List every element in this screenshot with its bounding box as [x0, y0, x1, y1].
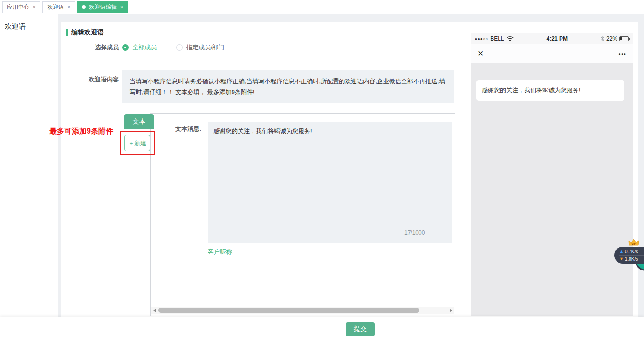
sidebar-item-welcome[interactable]: 欢迎语: [0, 14, 58, 31]
tag-app-center[interactable]: 应用中心 ×: [2, 1, 40, 13]
active-dot-icon: [82, 5, 86, 9]
radio-label: 指定成员/部门: [186, 43, 225, 52]
phone-close-icon[interactable]: ✕: [477, 49, 484, 59]
close-icon[interactable]: ×: [67, 4, 70, 10]
radio-specified-members[interactable]: 指定成员/部门: [176, 43, 225, 52]
radio-unselected-icon: [176, 44, 183, 51]
scroll-left-icon[interactable]: [153, 309, 156, 312]
bluetooth-icon: [601, 36, 604, 41]
footer-bar: 提交: [0, 317, 644, 338]
upload-arrow-icon: ▲: [619, 248, 623, 255]
member-select-label: 选择成员: [61, 43, 119, 52]
download-speed-row: ▼ 1.8K/s: [619, 255, 644, 263]
speed-pill[interactable]: ▲ 0.7K/s ▼ 1.8K/s: [614, 247, 644, 264]
download-speed-value: 1.8K/s: [625, 256, 638, 263]
tag-label: 应用中心: [7, 3, 29, 11]
customer-nickname-link[interactable]: 客户昵称: [208, 248, 232, 256]
radio-selected-icon: [122, 44, 129, 51]
section-title: 编辑欢迎语: [66, 28, 104, 37]
text-message-input[interactable]: 感谢您的关注，我们将竭诚为您服务!: [208, 122, 452, 243]
phone-status-bar: ●●●○○ BELL 4:21 PM 22%: [471, 33, 633, 44]
tags-bar: 应用中心 × 欢迎语 × 欢迎语编辑 ×: [0, 0, 644, 14]
text-message-label: 文本消息:: [175, 125, 201, 133]
radio-label: 全部成员: [132, 43, 157, 52]
tab-text-attachment[interactable]: 文本: [124, 114, 154, 129]
tag-welcome[interactable]: 欢迎语 ×: [42, 1, 75, 13]
radio-all-members[interactable]: 全部成员: [122, 43, 157, 52]
section-title-text: 编辑欢迎语: [71, 28, 104, 37]
member-select-row: 选择成员 全部成员 指定成员/部门: [61, 43, 244, 52]
welcome-content-label: 欢迎语内容: [61, 75, 119, 84]
annotation-max-attachments: 最多可添加9条附件: [49, 127, 113, 136]
tag-label: 欢迎语: [47, 3, 64, 11]
vip-badge-label: VIP: [631, 243, 636, 245]
phone-nav-bar: ✕ •••: [471, 44, 633, 63]
submit-button[interactable]: 提交: [346, 322, 375, 336]
welcome-content-row: 欢迎语内容 当填写小程序信息时请务必确认小程序正确,当填写小程序信息不正确时,所…: [61, 70, 454, 103]
char-counter: 17/1000: [404, 230, 425, 236]
wifi-icon: [507, 36, 514, 41]
phone-preview: ●●●○○ BELL 4:21 PM 22% ✕ ••• 感谢您的关注，我们将竭…: [471, 33, 633, 316]
scrollbar-thumb[interactable]: [158, 308, 419, 313]
phone-more-icon[interactable]: •••: [618, 50, 626, 57]
phone-chat-body: 感谢您的关注，我们将竭诚为您服务!: [471, 63, 633, 316]
tag-welcome-edit-active[interactable]: 欢迎语编辑 ×: [77, 1, 128, 13]
sidebar: 欢迎语: [0, 14, 58, 317]
download-arrow-icon: ▼: [619, 256, 623, 263]
chat-message-bubble: 感谢您的关注，我们将竭诚为您服务!: [476, 80, 624, 101]
app-root: 应用中心 × 欢迎语 × 欢迎语编辑 × 欢迎语 编辑欢迎语 选择成员: [0, 0, 644, 338]
upload-speed-row: ▲ 0.7K/s: [619, 248, 644, 255]
battery-percent-label: 22%: [606, 35, 617, 42]
text-message-panel: 文本消息: 感谢您的关注，我们将竭诚为您服务! 17/1000 客户昵称: [150, 113, 455, 316]
signal-dots-icon: ●●●○○: [475, 37, 488, 41]
scroll-right-icon[interactable]: [450, 309, 452, 312]
close-icon[interactable]: ×: [120, 4, 123, 10]
tag-label: 欢迎语编辑: [89, 3, 117, 11]
carrier-label: BELL: [490, 35, 504, 42]
clock-label: 4:21 PM: [514, 35, 601, 42]
section-accent-bar: [66, 29, 68, 36]
upload-speed-value: 0.7K/s: [625, 248, 638, 255]
battery-icon: [619, 36, 629, 41]
welcome-content-note: 当填写小程序信息时请务必确认小程序正确,当填写小程序信息不正确时,所配置的欢迎语…: [122, 70, 454, 103]
close-icon[interactable]: ×: [33, 4, 35, 10]
horizontal-scrollbar[interactable]: [151, 307, 454, 314]
annotation-highlight-box: [120, 131, 155, 155]
vip-crown-icon: VIP: [628, 239, 639, 247]
